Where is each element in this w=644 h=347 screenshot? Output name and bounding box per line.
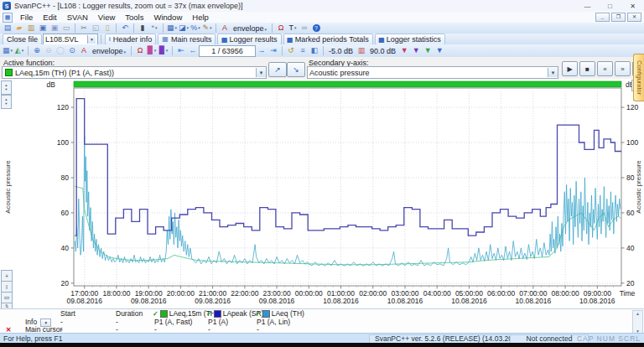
new-file-icon[interactable]: ▤: [2, 23, 13, 34]
menu-window[interactable]: Window: [148, 13, 187, 23]
check-icon[interactable]: ✓: [206, 310, 212, 318]
logger-statistics-label: Logger statistics: [387, 35, 441, 44]
edit-view-icon[interactable]: ✎: [201, 23, 213, 34]
text-note-icon[interactable]: T: [287, 23, 299, 34]
marker-tool-2-icon[interactable]: ▼: [410, 46, 422, 56]
palette-1-icon[interactable]: ▉: [146, 46, 158, 56]
svan-logo-icon[interactable]: Ω: [275, 23, 287, 34]
envelope-function-icon[interactable]: A: [219, 23, 231, 34]
offset-value[interactable]: -5.0 dB: [329, 47, 353, 55]
save-file-icon[interactable]: ▣: [37, 23, 49, 34]
envelope-min-icon[interactable]: A: [78, 46, 90, 56]
last-record-icon[interactable]: ⇥: [267, 46, 279, 56]
undo-icon[interactable]: ↶: [119, 23, 131, 34]
zoom-selection-icon[interactable]: ◯: [55, 46, 66, 56]
refresh-icon[interactable]: ↺: [285, 46, 297, 56]
print-icon[interactable]: ▭: [60, 23, 72, 34]
secondary-axis-select[interactable]: Acoustic pressure ▼: [307, 66, 558, 79]
rewind-button[interactable]: «: [597, 61, 613, 76]
panel-scrollbar[interactable]: ▲▼: [632, 310, 643, 334]
toolbar-separator: [282, 46, 283, 55]
statistics-view-icon[interactable]: %: [190, 23, 201, 34]
envelope-mode-label[interactable]: envelope: [92, 47, 126, 55]
document-icon[interactable]: ▦: [3, 13, 13, 23]
menu-file[interactable]: File: [15, 13, 38, 23]
legend-entry-0[interactable]: ✓LAeq,15m (TH): [153, 309, 206, 318]
mdi-restore-button[interactable]: ❒: [611, 13, 626, 22]
table-layout-icon[interactable]: ▦: [2, 46, 13, 56]
settings-export-icon[interactable]: *: [148, 23, 160, 34]
scroll-up-icon[interactable]: ▲: [633, 311, 642, 316]
stop-button[interactable]: ■: [579, 61, 595, 76]
next-record-icon[interactable]: →: [256, 46, 267, 56]
pan-tool-icon[interactable]: +: [1, 270, 13, 282]
open-file-icon[interactable]: ▰: [13, 23, 25, 34]
marker-tool-4-icon[interactable]: ▼: [434, 46, 445, 56]
zoom-reset-icon[interactable]: ⊙: [66, 46, 78, 56]
menu-edit[interactable]: Edit: [38, 13, 61, 23]
record-counter-field[interactable]: 1 / 63956: [199, 45, 256, 57]
grid-options-icon[interactable]: ≡: [297, 46, 309, 56]
play-button[interactable]: ▶: [562, 61, 578, 76]
zoom-out-icon[interactable]: ⊖: [43, 46, 55, 56]
y-axis-upper-spinner[interactable]: ▴▾: [1, 80, 12, 95]
table-view-icon[interactable]: ▦: [166, 23, 178, 34]
palette-2-icon[interactable]: ▉: [158, 46, 169, 56]
envelope-label[interactable]: envelope: [233, 24, 267, 33]
check-icon[interactable]: ✓: [153, 310, 158, 318]
close-button[interactable]: ✕: [621, 0, 644, 12]
zoom-box-tool-icon[interactable]: ▭: [1, 292, 13, 303]
chart-view-icon[interactable]: ◪: [178, 23, 190, 34]
chevron-down-icon[interactable]: ▼: [256, 68, 266, 77]
prev-record-icon[interactable]: ←: [187, 46, 199, 56]
file-selector-combo[interactable]: L108.SVL▼: [43, 34, 98, 45]
maximize-button[interactable]: □: [599, 0, 621, 12]
open-svan-file-icon[interactable]: ▥: [25, 23, 37, 34]
save-as-file-icon[interactable]: ▣: [49, 23, 60, 34]
marked-periods-totals-button[interactable]: ▅Marked periods Totals: [283, 34, 373, 45]
chart-svg[interactable]: 120120100100808060604040202017:00:0009.0…: [0, 79, 644, 308]
plot-frame: [74, 88, 621, 286]
chevron-down-icon[interactable]: ▼: [87, 35, 96, 44]
chart-layout-icon[interactable]: ◭: [13, 46, 25, 56]
logger-results-button[interactable]: ▅Logger results: [217, 34, 281, 45]
close-file-button[interactable]: Close file: [3, 34, 42, 45]
legend-entry-2[interactable]: ✓LAeq (TH): [255, 309, 307, 318]
copy-icon[interactable]: ◱: [90, 23, 101, 34]
legend-entry-1[interactable]: ✓LApeak (SR): [206, 309, 255, 318]
svg-text:22:00:00: 22:00:00: [231, 289, 258, 298]
mdi-close-button[interactable]: ✕: [627, 13, 641, 22]
marker-pin-icon[interactable]: ▮: [137, 23, 148, 34]
function-chart-up-button[interactable]: ↗: [268, 62, 287, 77]
cursor-tool-icon[interactable]: I: [1, 281, 13, 293]
function-chart-down-button[interactable]: ↘: [287, 62, 305, 77]
main-results-button[interactable]: ▦Main results: [158, 34, 216, 45]
cut-icon[interactable]: ✂: [78, 23, 90, 34]
help-icon[interactable]: ?: [310, 23, 322, 34]
menu-help[interactable]: Help: [187, 13, 214, 23]
svan-analysis-icon[interactable]: Ω: [134, 46, 146, 56]
marker-tool-3-icon[interactable]: ▼: [422, 46, 434, 56]
paste-icon[interactable]: ▯: [101, 23, 113, 34]
y-axis-lower-spinner[interactable]: ▴▾: [1, 95, 12, 109]
fast-forward-button[interactable]: »: [615, 61, 631, 76]
offset-adjust-icon[interactable]: ▥: [356, 46, 367, 56]
minimize-button[interactable]: —: [576, 0, 599, 12]
link-chart-icon[interactable]: ∞: [299, 23, 310, 34]
header-info-icon: i: [109, 36, 111, 43]
first-record-icon[interactable]: ⇤: [175, 46, 187, 56]
configurator-tab[interactable]: Configurator: [633, 54, 644, 101]
marker-tool-1-icon[interactable]: ▼: [398, 46, 410, 56]
zoom-in-icon[interactable]: ⊕: [31, 46, 43, 56]
table-chart-split-icon[interactable]: ◧: [309, 46, 320, 56]
mdi-minimize-button[interactable]: _: [595, 13, 610, 22]
chevron-down-icon[interactable]: ▼: [548, 68, 558, 77]
menu-tools[interactable]: Tools: [120, 13, 148, 23]
check-icon[interactable]: ✓: [255, 310, 261, 318]
active-function-select[interactable]: LAeq,15m (TH) (P1 (A, Fast)) ▼: [2, 66, 267, 79]
logger-statistics-button[interactable]: ▅Logger statistics: [375, 34, 445, 45]
header-info-button[interactable]: iHeader info: [105, 34, 156, 45]
range-value[interactable]: 90.0 dB: [370, 47, 396, 55]
menu-svan[interactable]: SVAN: [62, 13, 93, 23]
menu-view[interactable]: View: [93, 13, 120, 23]
